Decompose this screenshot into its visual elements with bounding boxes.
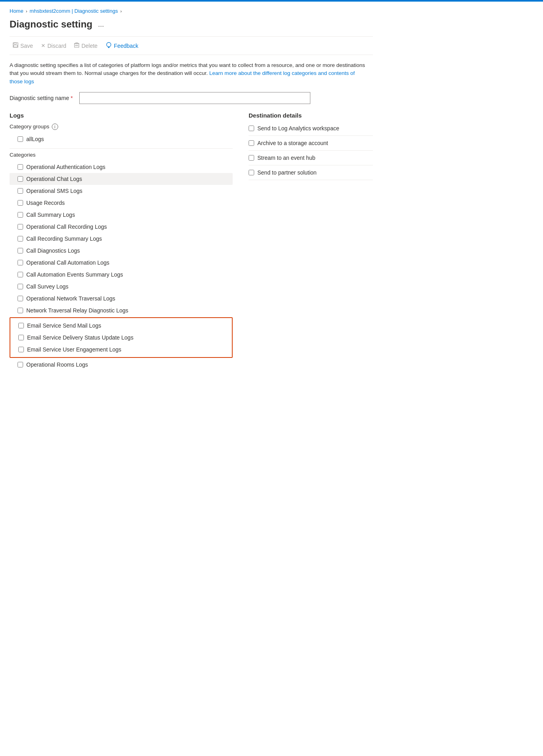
log-row-call-summary[interactable]: Call Summary Logs	[10, 209, 233, 221]
log-label-network-traversal-relay: Network Traversal Relay Diagnostic Logs	[26, 307, 128, 314]
svg-rect-2	[14, 45, 18, 47]
all-logs-checkbox[interactable]	[18, 136, 23, 142]
dest-label-storage-account: Archive to a storage account	[257, 140, 328, 146]
destination-column: Destination details Send to Log Analytic…	[233, 112, 373, 180]
email-group-box: Email Service Send Mail Logs Email Servi…	[10, 317, 233, 358]
dest-checkbox-event-hub[interactable]	[249, 155, 254, 161]
log-checkbox-operational-sms[interactable]	[18, 188, 23, 194]
log-row-operational-rooms[interactable]: Operational Rooms Logs	[10, 359, 233, 371]
log-checkbox-email-user-engagement[interactable]	[18, 347, 24, 352]
dest-checkbox-partner-solution[interactable]	[249, 170, 254, 175]
delete-icon	[74, 42, 79, 49]
log-checkbox-operational-call-automation[interactable]	[18, 260, 23, 265]
delete-button[interactable]: Delete	[71, 40, 100, 51]
log-checkbox-call-survey[interactable]	[18, 284, 23, 289]
dest-row-event-hub[interactable]: Stream to an event hub	[249, 151, 373, 165]
log-row-network-traversal-relay[interactable]: Network Traversal Relay Diagnostic Logs	[10, 304, 233, 316]
ellipsis-button[interactable]: ...	[96, 20, 106, 29]
dest-label-partner-solution: Send to partner solution	[257, 169, 317, 176]
all-logs-row[interactable]: allLogs	[10, 133, 233, 145]
feedback-icon	[106, 42, 112, 49]
log-label-operational-sms: Operational SMS Logs	[26, 188, 82, 194]
setting-name-row: Diagnostic setting name *	[10, 92, 373, 104]
destination-section-title: Destination details	[249, 112, 373, 119]
dest-row-partner-solution[interactable]: Send to partner solution	[249, 165, 373, 180]
discard-label: Discard	[47, 43, 66, 49]
info-icon[interactable]: i	[52, 124, 58, 130]
log-checkbox-call-summary[interactable]	[18, 212, 23, 218]
log-row-operational-call-recording[interactable]: Operational Call Recording Logs	[10, 221, 233, 233]
log-label-call-recording-summary: Call Recording Summary Logs	[26, 236, 102, 242]
description: A diagnostic setting specifies a list of…	[10, 61, 368, 86]
log-checkbox-call-recording-summary[interactable]	[18, 236, 23, 242]
dest-items-container: Send to Log Analytics workspace Archive …	[249, 124, 373, 180]
log-row-call-automation-events[interactable]: Call Automation Events Summary Logs	[10, 269, 233, 281]
svg-point-8	[106, 43, 111, 47]
log-label-email-delivery-status: Email Service Delivery Status Update Log…	[27, 334, 133, 341]
dest-row-log-analytics[interactable]: Send to Log Analytics workspace	[249, 124, 373, 136]
breadcrumb-resource[interactable]: mhsbxtest2comm | Diagnostic settings	[29, 8, 118, 14]
main-content: Logs Category groups i allLogs Categorie…	[10, 112, 373, 371]
toolbar: Save ✕ Discard Delete	[10, 36, 373, 55]
feedback-label: Feedback	[114, 43, 138, 49]
log-checkbox-operational-rooms[interactable]	[18, 362, 23, 367]
required-indicator: *	[71, 95, 73, 101]
page-title-row: Diagnostic setting ...	[10, 19, 373, 30]
dest-label-log-analytics: Send to Log Analytics workspace	[257, 125, 339, 132]
feedback-button[interactable]: Feedback	[102, 40, 141, 51]
log-label-email-send-mail: Email Service Send Mail Logs	[27, 322, 101, 329]
logs-section-title: Logs	[10, 112, 233, 119]
log-checkbox-email-send-mail[interactable]	[18, 323, 24, 328]
setting-name-input[interactable]	[79, 92, 310, 104]
log-checkbox-operational-auth[interactable]	[18, 164, 23, 170]
log-row-operational-chat[interactable]: Operational Chat Logs	[10, 173, 233, 185]
log-checkbox-operational-call-recording[interactable]	[18, 224, 23, 230]
log-row-call-recording-summary[interactable]: Call Recording Summary Logs	[10, 233, 233, 245]
breadcrumb-home[interactable]: Home	[10, 8, 24, 14]
breadcrumb-chevron-2: ›	[120, 9, 122, 14]
log-label-call-survey: Call Survey Logs	[26, 283, 69, 290]
page-title: Diagnostic setting	[10, 19, 92, 30]
log-row-email-delivery-status[interactable]: Email Service Delivery Status Update Log…	[10, 332, 232, 344]
log-label-operational-chat: Operational Chat Logs	[26, 176, 82, 182]
log-items-container: Operational Authentication Logs Operatio…	[10, 161, 233, 371]
categories-divider	[10, 148, 233, 149]
log-label-call-summary: Call Summary Logs	[26, 212, 75, 218]
breadcrumb: Home › mhsbxtest2comm | Diagnostic setti…	[10, 8, 373, 14]
save-button[interactable]: Save	[10, 40, 36, 51]
log-checkbox-call-automation-events[interactable]	[18, 272, 23, 277]
log-row-email-user-engagement[interactable]: Email Service User Engagement Logs	[10, 344, 232, 355]
category-groups-label: Category groups i	[10, 124, 233, 130]
log-label-operational-call-automation: Operational Call Automation Logs	[26, 259, 110, 266]
log-row-email-send-mail[interactable]: Email Service Send Mail Logs	[10, 320, 232, 332]
log-checkbox-operational-network-traversal[interactable]	[18, 296, 23, 301]
log-checkbox-call-diagnostics[interactable]	[18, 248, 23, 253]
save-label: Save	[20, 43, 33, 49]
log-row-operational-sms[interactable]: Operational SMS Logs	[10, 185, 233, 197]
discard-icon: ✕	[41, 43, 45, 49]
delete-label: Delete	[81, 43, 97, 49]
log-row-operational-network-traversal[interactable]: Operational Network Traversal Logs	[10, 293, 233, 304]
log-row-operational-auth[interactable]: Operational Authentication Logs	[10, 161, 233, 173]
categories-label: Categories	[10, 152, 233, 158]
log-label-operational-auth: Operational Authentication Logs	[26, 164, 105, 170]
log-row-call-survey[interactable]: Call Survey Logs	[10, 281, 233, 293]
discard-button[interactable]: ✕ Discard	[38, 41, 69, 51]
dest-row-storage-account[interactable]: Archive to a storage account	[249, 136, 373, 151]
log-row-call-diagnostics[interactable]: Call Diagnostics Logs	[10, 245, 233, 257]
dest-checkbox-storage-account[interactable]	[249, 140, 254, 146]
save-icon	[13, 42, 18, 49]
breadcrumb-chevron-1: ›	[26, 9, 27, 14]
log-checkbox-email-delivery-status[interactable]	[18, 335, 24, 340]
log-checkbox-network-traversal-relay[interactable]	[18, 308, 23, 313]
log-checkbox-usage-records[interactable]	[18, 200, 23, 206]
log-row-usage-records[interactable]: Usage Records	[10, 197, 233, 209]
all-logs-label: allLogs	[26, 136, 44, 142]
dest-checkbox-log-analytics[interactable]	[249, 126, 254, 131]
log-row-operational-call-automation[interactable]: Operational Call Automation Logs	[10, 257, 233, 269]
log-label-call-automation-events: Call Automation Events Summary Logs	[26, 271, 123, 278]
log-label-operational-network-traversal: Operational Network Traversal Logs	[26, 295, 115, 302]
logs-column: Logs Category groups i allLogs Categorie…	[10, 112, 233, 371]
log-checkbox-operational-chat[interactable]	[18, 176, 23, 182]
log-label-operational-call-recording: Operational Call Recording Logs	[26, 224, 107, 230]
